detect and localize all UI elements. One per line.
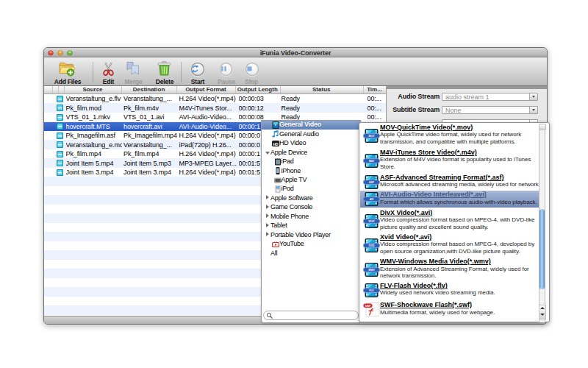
svg-text:DIVX: DIVX (368, 219, 375, 222)
svg-text:MOV: MOV (369, 134, 376, 137)
svg-text:AVI: AVI (370, 198, 374, 201)
svg-text:WMV: WMV (368, 269, 375, 272)
svg-text:FLV: FLV (369, 289, 374, 292)
svg-text:M4V: M4V (369, 159, 375, 162)
svg-text:ASF: ASF (369, 181, 375, 184)
svg-text:XVID: XVID (368, 244, 375, 247)
